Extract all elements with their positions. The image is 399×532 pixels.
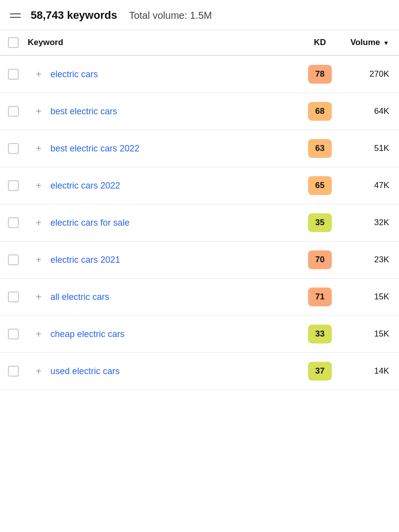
kd-badge: 63 <box>308 139 332 158</box>
kd-badge: 65 <box>308 176 332 195</box>
volume-value: 15K <box>374 292 389 301</box>
keyword-link[interactable]: best electric cars 2022 <box>50 144 139 154</box>
kd-badge: 35 <box>308 213 332 232</box>
volume-value: 51K <box>374 144 389 153</box>
row-checkbox-0[interactable] <box>8 69 19 80</box>
table-row: + all electric cars 71 15K <box>0 279 399 316</box>
add-keyword-button[interactable]: + <box>32 364 45 378</box>
keyword-link[interactable]: electric cars 2021 <box>50 255 120 265</box>
add-keyword-button[interactable]: + <box>32 67 45 81</box>
kd-column-header: KD <box>314 38 326 47</box>
table-row: + cheap electric cars 33 15K <box>0 316 399 353</box>
table-row: + electric cars 2021 70 23K <box>0 242 399 279</box>
kd-badge: 68 <box>308 102 332 121</box>
keyword-count: 58,743 keywords <box>31 9 117 22</box>
keyword-link[interactable]: electric cars for sale <box>50 218 130 228</box>
row-checkbox-6[interactable] <box>8 291 19 302</box>
table-header: Keyword KD Volume ▼ <box>0 30 399 56</box>
keyword-link[interactable]: all electric cars <box>50 292 109 302</box>
kd-badge: 37 <box>308 362 332 381</box>
row-checkbox-5[interactable] <box>8 254 19 265</box>
kd-badge: 78 <box>308 65 332 84</box>
row-checkbox-8[interactable] <box>8 366 19 377</box>
keyword-link[interactable]: electric cars 2022 <box>50 181 120 191</box>
table-row: + best electric cars 2022 63 51K <box>0 130 399 167</box>
table-row: + used electric cars 37 14K <box>0 353 399 390</box>
table-row: + electric cars 78 270K <box>0 56 399 93</box>
volume-value: 23K <box>374 255 389 264</box>
add-keyword-button[interactable]: + <box>32 253 45 267</box>
add-keyword-button[interactable]: + <box>32 142 45 155</box>
select-all-checkbox[interactable] <box>8 37 19 48</box>
table-row: + best electric cars 68 64K <box>0 93 399 130</box>
kd-badge: 71 <box>308 288 332 306</box>
table-body: + electric cars 78 270K + best electric … <box>0 56 399 390</box>
volume-value: 14K <box>374 366 389 376</box>
hamburger-icon[interactable] <box>8 11 23 20</box>
volume-value: 64K <box>374 106 389 116</box>
volume-value: 47K <box>374 181 389 190</box>
volume-value: 270K <box>369 69 389 79</box>
keyword-link[interactable]: cheap electric cars <box>50 329 125 339</box>
add-keyword-button[interactable]: + <box>32 104 45 118</box>
add-keyword-button[interactable]: + <box>32 327 45 341</box>
keyword-column-header: Keyword <box>28 38 63 47</box>
keyword-link[interactable]: best electric cars <box>50 106 117 117</box>
add-keyword-button[interactable]: + <box>32 290 45 304</box>
volume-value: 15K <box>374 329 389 339</box>
add-keyword-button[interactable]: + <box>32 179 45 193</box>
add-keyword-button[interactable]: + <box>32 216 45 230</box>
kd-badge: 33 <box>308 325 332 343</box>
volume-value: 32K <box>374 218 389 227</box>
sort-desc-icon: ▼ <box>382 40 389 47</box>
table-row: + electric cars 2022 65 47K <box>0 167 399 204</box>
row-checkbox-4[interactable] <box>8 217 19 228</box>
kd-badge: 70 <box>308 250 332 269</box>
row-checkbox-3[interactable] <box>8 180 19 191</box>
keyword-link[interactable]: used electric cars <box>50 366 120 377</box>
row-checkbox-7[interactable] <box>8 329 19 339</box>
row-checkbox-2[interactable] <box>8 143 19 154</box>
page-header: 58,743 keywords Total volume: 1.5M <box>0 0 399 30</box>
total-volume: Total volume: 1.5M <box>129 10 212 21</box>
keyword-link[interactable]: electric cars <box>50 69 98 80</box>
table-row: + electric cars for sale 35 32K <box>0 204 399 242</box>
row-checkbox-1[interactable] <box>8 106 19 117</box>
volume-column-header[interactable]: Volume ▼ <box>351 38 389 47</box>
